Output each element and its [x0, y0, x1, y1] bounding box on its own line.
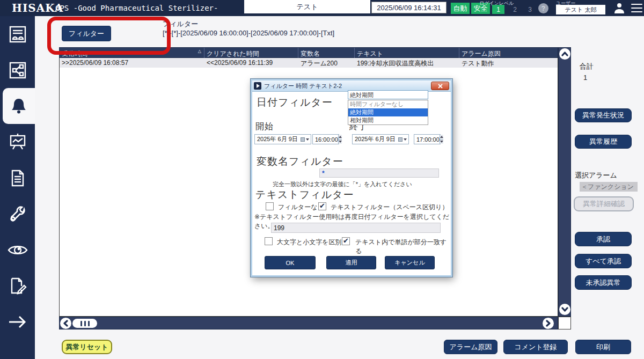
no-filter-checkbox-label: フィルターなし	[278, 203, 324, 212]
sidebar-item-flow[interactable]	[0, 52, 35, 88]
cancel-button[interactable]: キャンセル	[385, 256, 435, 269]
close-icon[interactable]	[431, 82, 449, 90]
filter-button[interactable]: フィルター	[62, 26, 111, 41]
partial-match-checkbox-label: テキスト内で単語が部分一致する	[355, 238, 451, 256]
selected-alarm-label: 選択アラーム	[575, 171, 617, 180]
datetime-display: 2025/06/09 16:14:31	[371, 2, 447, 13]
no-filter-checkbox[interactable]	[266, 202, 274, 210]
period-dropdown-list: 時間フィルターなし 絶対期間 相対期間	[348, 100, 428, 125]
column-header-variable[interactable]: 変数名	[298, 48, 355, 58]
unapproved-abnormal-button[interactable]: 未承認異常	[575, 275, 632, 290]
end-time-spinner[interactable]: 17:00:00	[414, 134, 441, 144]
scroll-right-icon[interactable]	[543, 318, 554, 329]
sidebar-item-monitor[interactable]	[0, 232, 35, 268]
filter-value: [*]-[*]-[2025/06/09 16:00:00]-[2025/06/0…	[163, 29, 334, 37]
report-document-icon	[9, 169, 27, 187]
start-time-spinner[interactable]: 16:00:00	[312, 134, 339, 144]
column-header-text[interactable]: テキスト	[355, 48, 459, 58]
table-row[interactable]: >>2025/06/09 16:08:57 <<2025/06/09 16:11…	[60, 58, 558, 68]
partial-match-checkbox[interactable]	[342, 237, 350, 245]
user-name-display: テスト 太郎	[556, 5, 605, 14]
alarm-bell-icon	[10, 97, 28, 115]
variable-filter-heading: 変数名フィルター	[257, 155, 343, 168]
vertical-scrollbar[interactable]	[558, 47, 571, 317]
case-sensitive-checkbox-label: 大文字と小文字を区別	[277, 238, 342, 247]
scroll-left-icon[interactable]	[60, 318, 71, 329]
approve-all-button[interactable]: すべて承認	[575, 254, 632, 268]
abnormal-detail-button[interactable]: 異常詳細確認	[574, 196, 634, 211]
text-filter-checkbox[interactable]	[318, 202, 326, 210]
column-header-cause[interactable]: アラーム原因	[459, 48, 559, 58]
print-button[interactable]: 印刷	[575, 340, 631, 354]
start-label: 開始	[255, 121, 274, 133]
trend-chart-icon	[8, 133, 27, 152]
help-icon[interactable]: ?	[538, 3, 548, 13]
time-spinner-arrows[interactable]	[440, 135, 443, 144]
unit-overview-icon	[8, 25, 27, 44]
wrench-icon	[8, 204, 27, 224]
text-filter-checkbox-label: テキストフィルター（スペース区切り）	[331, 203, 448, 212]
auto-mode-badge: 自動	[451, 3, 470, 14]
abnormal-history-button[interactable]: 異常履歴	[575, 135, 632, 149]
horizontal-scrollbar[interactable]	[59, 317, 558, 329]
sidebar-item-alarm[interactable]	[3, 88, 35, 124]
abnormal-occurrence-button[interactable]: 異常発生状況	[575, 108, 632, 122]
cell-text: 199:冷却水回収温度高検出	[355, 58, 459, 68]
menu-icon[interactable]	[631, 4, 642, 15]
total-value: 1	[583, 74, 587, 82]
login-level-1: 1	[492, 5, 504, 14]
flow-diagram-icon	[8, 61, 27, 80]
text-filter-input[interactable]	[271, 223, 441, 233]
sort-ascending-icon[interactable]: △	[198, 49, 201, 54]
exit-arrow-icon	[8, 314, 28, 330]
apply-button[interactable]: 適用	[326, 256, 376, 269]
cell-cleared: <<2025/06/09 16:11:39	[204, 58, 298, 68]
sidebar-item-exit[interactable]	[0, 304, 35, 340]
eye-icon	[8, 243, 28, 257]
scrollbar-corner	[558, 317, 571, 329]
time-spinner-arrows[interactable]	[338, 135, 342, 144]
approve-button[interactable]: 承認	[575, 232, 632, 246]
alarm-screen: HISAKA GPS -Good Pharmaceutical Steriliz…	[0, 0, 644, 359]
app-title: GPS -Good Pharmaceutical Sterilizer-	[55, 4, 218, 12]
variable-filter-help: 完全一致以外は文字の最後に「*」を入れてください	[273, 180, 412, 188]
comment-register-button[interactable]: コメント登録	[503, 340, 568, 354]
function-display: ＜ファンクション	[580, 182, 638, 192]
period-option-relative[interactable]: 相対期間	[348, 116, 428, 124]
period-option-none[interactable]: 時間フィルターなし	[348, 100, 428, 108]
dialog-app-icon	[254, 82, 261, 90]
calendar-dropdown-icon[interactable]	[398, 137, 408, 142]
text-filter-heading: テキストフィルター	[255, 188, 354, 202]
sidebar-nav	[0, 16, 35, 359]
login-level-2: 2	[509, 5, 521, 14]
column-header-cleared[interactable]: クリアされた時間	[204, 48, 298, 58]
period-option-absolute[interactable]: 絶対期間	[348, 108, 428, 116]
calendar-dropdown-icon[interactable]	[301, 137, 311, 142]
dialog-title: フィルター 時間 テキスト2-2	[264, 82, 431, 90]
period-select[interactable]: 絶対期間	[348, 90, 428, 99]
abnormal-reset-button[interactable]: 異常リセット	[62, 340, 112, 354]
sidebar-item-maintenance[interactable]	[0, 196, 35, 232]
variable-filter-input[interactable]	[319, 168, 439, 178]
cell-cause: テスト動作	[459, 58, 559, 68]
end-date-picker[interactable]: 2025年 6月 9日	[352, 134, 409, 144]
sidebar-item-record[interactable]	[0, 268, 35, 304]
user-icon[interactable]	[613, 2, 625, 16]
sidebar-item-trend[interactable]	[0, 124, 35, 160]
scroll-up-icon[interactable]	[559, 48, 570, 60]
ok-button[interactable]: OK	[265, 256, 316, 269]
login-level-3: 3	[524, 5, 536, 14]
sidebar-item-unit-overview[interactable]	[0, 16, 35, 52]
filter-label: フィルター	[163, 19, 198, 29]
scrollbar-thumb[interactable]	[72, 319, 97, 328]
sidebar-item-report[interactable]	[0, 160, 35, 196]
filter-dialog: フィルター 時間 テキスト2-2 日付フィルター 絶対期間 時間フィルターなし …	[251, 79, 452, 277]
case-sensitive-checkbox[interactable]	[265, 237, 273, 245]
cell-received: >>2025/06/09 16:08:57	[60, 58, 204, 68]
scroll-down-icon[interactable]	[559, 304, 570, 315]
total-label: 合計	[580, 62, 594, 71]
start-date-picker[interactable]: 2025年 6月 9日	[254, 134, 311, 144]
alarm-cause-button[interactable]: アラーム原因	[444, 340, 497, 354]
edit-document-icon	[8, 276, 27, 296]
column-header-received[interactable]: 受信時間 △	[60, 48, 204, 58]
